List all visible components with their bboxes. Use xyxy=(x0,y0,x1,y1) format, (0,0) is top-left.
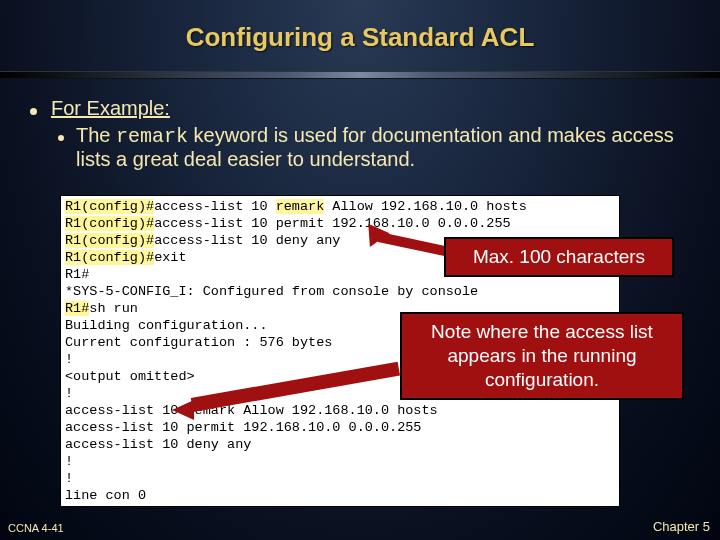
arrow-head-icon xyxy=(172,400,194,420)
bullet-icon xyxy=(58,135,64,141)
cmd: access-list 10 deny any xyxy=(154,233,340,248)
prompt: R1(config)# xyxy=(65,233,154,248)
cmd: sh run xyxy=(89,301,138,316)
bullet-icon xyxy=(30,108,37,115)
output-line: *SYS-5-CONFIG_I: Configured from console… xyxy=(65,283,615,300)
footer-right: Chapter 5 xyxy=(653,519,710,534)
callout-running-config: Note where the access list appears in th… xyxy=(400,312,684,400)
cmd: exit xyxy=(154,250,186,265)
cmd: access-list 10 permit 192.168.10.0 0.0.0… xyxy=(154,216,510,231)
keyword-remark: remark xyxy=(276,199,325,214)
bullet-sub: The remark keyword is used for documenta… xyxy=(58,124,690,171)
callout-max-chars: Max. 100 characters xyxy=(444,237,674,277)
output-line: line con 0 xyxy=(65,487,615,504)
code-keyword: remark xyxy=(116,125,188,148)
output-line: access-list 10 remark Allow 192.168.10.0… xyxy=(65,402,615,419)
prompt: R1(config)# xyxy=(65,199,154,214)
cmd: Allow 192.168.10.0 hosts xyxy=(324,199,527,214)
footer-left: CCNA 4-41 xyxy=(8,522,64,534)
content-area: For Example: The remark keyword is used … xyxy=(0,79,720,171)
output-line: ! xyxy=(65,470,615,487)
bullet-main: For Example: xyxy=(30,97,690,120)
prompt: R1(config)# xyxy=(65,216,154,231)
text: The xyxy=(76,124,116,146)
prompt: R1(config)# xyxy=(65,250,154,265)
prompt: R1# xyxy=(65,301,89,316)
slide-title: Configuring a Standard ACL xyxy=(0,0,720,53)
bullet-sub-text: The remark keyword is used for documenta… xyxy=(76,124,690,171)
title-divider xyxy=(0,71,720,79)
output-line: access-list 10 permit 192.168.10.0 0.0.0… xyxy=(65,419,615,436)
output-line: access-list 10 deny any xyxy=(65,436,615,453)
bullet-main-text: For Example: xyxy=(51,97,170,120)
cmd: access-list 10 xyxy=(154,199,276,214)
output-line: ! xyxy=(65,453,615,470)
